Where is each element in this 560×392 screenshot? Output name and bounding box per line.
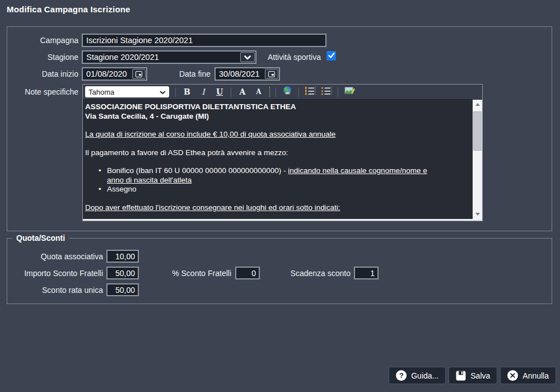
salva-button-label: Salva <box>470 371 490 380</box>
editor-address-line: Via Santa Cecilia, 4 - Carugate (MI) <box>85 112 469 122</box>
importo-sconto-fratelli-input[interactable] <box>106 267 139 279</box>
note-specifiche-editor: Tahoma B I U A A <box>82 84 483 221</box>
page-title: Modifica Campagna Iscrizione <box>7 4 130 14</box>
font-family-select[interactable]: Tahoma <box>85 86 169 97</box>
importo-sconto-fratelli-label: Importo Sconto Fratelli <box>0 269 103 278</box>
decrease-font-size-button[interactable]: A <box>251 86 266 98</box>
data-inizio-label: Data inizio <box>0 69 78 78</box>
image-icon <box>344 86 355 97</box>
stagione-selected-value: Stagione 2020/2021 <box>83 53 240 62</box>
scroll-down-button[interactable] <box>473 209 482 219</box>
editor-content[interactable]: ASSOCIAZIONE POLISPORTIVA DILETTANTISTIC… <box>83 100 482 219</box>
close-x-icon <box>507 370 518 381</box>
bold-button[interactable]: B <box>180 86 194 98</box>
scadenza-sconto-label: Scadenza sconto <box>259 269 351 278</box>
editor-delivery-line: Dopo aver effettuato l'iscrizione conseg… <box>85 203 469 213</box>
annulla-button-label: Annulla <box>522 371 549 380</box>
assegno-text: Assegno <box>107 185 137 193</box>
chevron-down-icon <box>160 88 166 96</box>
scroll-up-button[interactable] <box>473 100 482 109</box>
editor-payment-list: Bonifico (Iban IT 60 U 00000 00000 00000… <box>85 166 469 194</box>
data-fine-label: Data fine <box>134 69 211 78</box>
editor-vertical-scrollbar[interactable] <box>473 100 482 219</box>
salva-button[interactable]: Salva <box>449 367 497 384</box>
editor-payment-line: Il pagamento a favore di ASD Ethea potrà… <box>85 148 469 158</box>
attivita-sportiva-label: Attività sportiva <box>268 53 321 62</box>
scroll-down-icon <box>475 213 480 216</box>
chevron-down-icon <box>244 52 251 62</box>
toolbar-separator <box>231 87 231 97</box>
annulla-button[interactable]: Annulla <box>500 367 556 384</box>
insert-image-button[interactable] <box>342 86 357 98</box>
perc-sconto-fratelli-input[interactable] <box>235 267 260 279</box>
attivita-sportiva-checkbox[interactable] <box>326 51 336 60</box>
globe-link-icon <box>282 86 292 98</box>
list-item: Bonifico (Iban IT 60 U 00000 00000 00000… <box>85 166 469 185</box>
toolbar-separator <box>175 87 176 97</box>
quota-sconti-legend: Quota/Sconti <box>12 234 69 242</box>
save-floppy-icon <box>456 371 466 381</box>
perc-sconto-fratelli-label: % Sconto Fratelli <box>140 269 231 278</box>
bonifico-note-line2: anno di nascita dell'atleta <box>107 176 192 184</box>
note-specifiche-label: Note specifiche <box>0 87 78 96</box>
bonifico-note-line1: indicando nella causale cognome/nome e <box>288 166 427 175</box>
editor-heading-line: ASSOCIAZIONE POLISPORTIVA DILETTANTISTIC… <box>85 102 469 112</box>
editor-quota-line: La quota di iscrizione al corso include … <box>85 130 469 139</box>
quota-associativa-label: Quota associativa <box>0 252 103 261</box>
underline-button[interactable]: U <box>212 86 227 98</box>
numbered-list-button[interactable] <box>303 86 318 98</box>
font-family-value: Tahoma <box>88 88 114 96</box>
guida-button[interactable]: ? Guida... <box>389 367 446 384</box>
campagna-input[interactable] <box>82 34 326 47</box>
editor-bottom-edge <box>83 219 482 221</box>
bonifico-text: Bonifico (Iban IT 60 U 00000 00000 00000… <box>107 166 288 175</box>
data-inizio-value: 01/08/2020 <box>83 69 132 78</box>
stagione-label: Stagione <box>0 53 78 62</box>
data-fine-field[interactable]: 30/08/2021 <box>214 67 280 81</box>
scrollbar-thumb[interactable] <box>473 111 482 151</box>
toolbar-dotted-separator <box>269 87 270 97</box>
scadenza-sconto-input[interactable] <box>354 267 379 279</box>
insert-link-button[interactable] <box>280 86 295 98</box>
stagione-dropdown-button[interactable] <box>240 52 255 62</box>
stagione-select[interactable]: Stagione 2020/2021 <box>82 50 256 64</box>
italic-button[interactable]: I <box>196 86 211 98</box>
button-bar: ? Guida... Salva Annulla <box>389 367 556 384</box>
guida-button-label: Guida... <box>411 371 438 380</box>
question-mark-icon: ? <box>396 370 407 381</box>
increase-font-size-button[interactable]: A <box>235 86 250 98</box>
toolbar-separator <box>338 87 338 97</box>
list-item: Assegno <box>85 185 469 194</box>
data-fine-value: 30/08/2021 <box>216 69 264 78</box>
modifica-campagna-dialog: { "title": "Modifica Campagna Iscrizione… <box>0 0 560 392</box>
sconto-rata-unica-label: Sconto rata unica <box>0 286 103 295</box>
toolbar-separator <box>298 87 299 97</box>
toolbar-separator <box>276 87 276 97</box>
bulleted-list-icon <box>321 86 332 97</box>
scroll-up-icon <box>475 103 480 106</box>
bulleted-list-button[interactable] <box>319 86 334 98</box>
checkmark-icon <box>328 51 335 61</box>
campagna-label: Campagna <box>0 36 78 45</box>
quota-associativa-input[interactable] <box>106 250 139 263</box>
sconto-rata-unica-input[interactable] <box>106 283 139 296</box>
numbered-list-icon <box>305 86 316 97</box>
data-fine-calendar-button[interactable] <box>265 69 278 79</box>
calendar-icon <box>268 71 275 77</box>
editor-toolbar: Tahoma B I U A A <box>83 85 482 100</box>
